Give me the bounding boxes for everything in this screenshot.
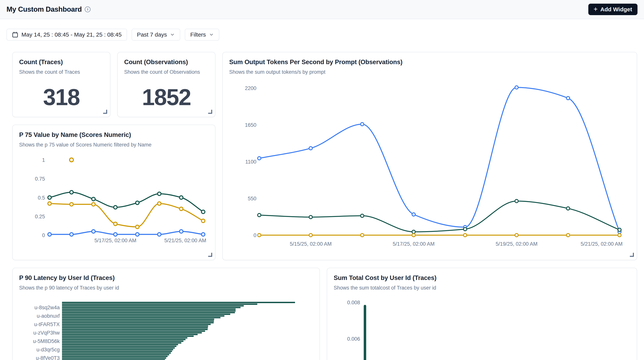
svg-text:5/21/25, 02:00 AM: 5/21/25, 02:00 AM	[581, 241, 622, 247]
tokens-line-chart: 05501100165022005/15/25, 02:00 AM5/17/25…	[223, 52, 637, 260]
svg-text:u-5M8D56k: u-5M8D56k	[33, 338, 60, 344]
p75-line-chart: 00.250.50.7515/17/25, 02:00 AM5/21/25, 0…	[13, 125, 216, 260]
svg-text:0.75: 0.75	[35, 176, 45, 182]
chevron-down-icon	[170, 32, 175, 37]
widget-tokens-line-chart: Sum Output Tokens Per Second by Prompt (…	[222, 52, 637, 260]
svg-text:0.5: 0.5	[38, 195, 45, 201]
filters-dropdown[interactable]: Filters	[185, 29, 219, 41]
resize-handle[interactable]	[208, 110, 212, 114]
count-value: 1852	[118, 83, 215, 111]
widget-subtitle: Shows the count of Traces	[19, 69, 104, 75]
svg-text:u-8sq2w4a: u-8sq2w4a	[34, 305, 60, 310]
count-value: 318	[13, 83, 110, 111]
svg-text:u-d3qr5cg: u-d3qr5cg	[36, 347, 60, 352]
svg-text:2200: 2200	[245, 85, 256, 91]
resize-handle[interactable]	[103, 110, 107, 114]
plus-icon: +	[594, 6, 598, 13]
resize-handle[interactable]	[630, 253, 634, 257]
calendar-icon	[12, 32, 18, 38]
svg-text:1: 1	[42, 157, 45, 163]
date-range-picker[interactable]: May 14, 25 : 08:45 - May 21, 25 : 08:45	[6, 29, 127, 41]
svg-text:5/15/25, 02:00 AM: 5/15/25, 02:00 AM	[290, 241, 332, 247]
filter-row: May 14, 25 : 08:45 - May 21, 25 : 08:45 …	[6, 29, 219, 41]
svg-text:u-8fVe0T3: u-8fVe0T3	[36, 355, 60, 360]
svg-text:u-tFAR5TX: u-tFAR5TX	[34, 321, 60, 327]
widget-count-traces: Count (Traces) Shows the count of Traces…	[12, 52, 110, 117]
svg-text:550: 550	[248, 196, 256, 201]
widget-subtitle: Shows the count of Observations	[124, 69, 208, 75]
header-bar: My Custom Dashboard i + Add Widget	[0, 0, 644, 19]
svg-text:0.008: 0.008	[347, 300, 360, 305]
svg-text:0.25: 0.25	[35, 214, 45, 219]
svg-text:1100: 1100	[245, 159, 256, 165]
widget-cost-bar-chart: Sum Total Cost by User Id (Traces) Shows…	[327, 268, 637, 360]
svg-text:u-aobnuxf: u-aobnuxf	[37, 313, 60, 319]
widget-title: Count (Observations)	[124, 58, 208, 66]
info-icon[interactable]: i	[85, 7, 90, 12]
preset-value: Past 7 days	[137, 32, 167, 38]
date-range-value: May 14, 25 : 08:45 - May 21, 25 : 08:45	[22, 32, 122, 38]
cost-bar-chart: 0.0080.006	[327, 268, 637, 360]
widget-p75-line-chart: P 75 Value by Name (Scores Numeric) Show…	[12, 125, 216, 260]
filters-label: Filters	[190, 32, 206, 38]
svg-text:5/17/25, 02:00 AM: 5/17/25, 02:00 AM	[392, 241, 434, 247]
page-title: My Custom Dashboard	[6, 5, 82, 14]
add-widget-button[interactable]: + Add Widget	[588, 4, 638, 15]
add-widget-label: Add Widget	[600, 6, 632, 13]
svg-text:1650: 1650	[245, 122, 256, 128]
widget-count-observations: Count (Observations) Shows the count of …	[117, 52, 216, 117]
chevron-down-icon	[209, 32, 214, 37]
p90-bar-chart: u-8sq2w4au-aobnuxfu-tFAR5TXu-zVqP3hwu-5M…	[13, 268, 320, 360]
svg-text:5/21/25, 02:00 AM: 5/21/25, 02:00 AM	[164, 238, 206, 243]
svg-text:0.006: 0.006	[347, 336, 360, 342]
svg-text:u-zVqP3hw: u-zVqP3hw	[33, 330, 60, 336]
svg-text:5/17/25, 02:00 AM: 5/17/25, 02:00 AM	[94, 238, 136, 243]
widget-title: Count (Traces)	[19, 58, 104, 66]
widget-p90-bar-chart: P 90 Latency by User Id (Traces) Shows t…	[12, 268, 320, 360]
preset-dropdown[interactable]: Past 7 days	[132, 29, 180, 41]
resize-handle[interactable]	[208, 253, 212, 257]
svg-text:0: 0	[254, 232, 256, 238]
svg-text:0: 0	[42, 232, 45, 238]
svg-text:5/19/25, 02:00 AM: 5/19/25, 02:00 AM	[496, 241, 538, 247]
